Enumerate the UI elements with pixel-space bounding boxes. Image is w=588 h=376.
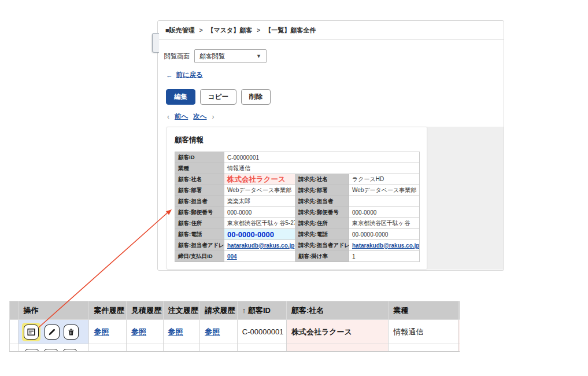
delete-trash-icon bbox=[67, 328, 75, 336]
order-history-header: 注文履歴 bbox=[163, 301, 200, 320]
field-label: 請求先:担当者 bbox=[295, 196, 349, 207]
company-name-value: 株式会社ラクース bbox=[224, 174, 295, 185]
table-row: 顧客:電話 00-0000-0000 請求先:電話 00-0000-0000 bbox=[175, 229, 420, 240]
customer-id-sort-header[interactable]: ↑ 顧客ID bbox=[237, 301, 286, 320]
field-label: 請求先:社名 bbox=[295, 174, 349, 185]
edit-record-button[interactable] bbox=[45, 325, 60, 340]
view-selector-row: 閲覧画面 顧客閲覧 ▼ bbox=[164, 49, 267, 63]
customer-partial-sort-header[interactable]: 顧客 bbox=[458, 301, 460, 320]
customer-id-value: C-00000001 bbox=[224, 152, 420, 163]
table-row: 顧客:社名 株式会社ラクース 請求先:社名 ラクースHD bbox=[175, 174, 420, 185]
invoice-history-link[interactable]: 参照 bbox=[205, 327, 220, 336]
billing-email-link[interactable]: hatarakudb@rakus.co.jp bbox=[352, 242, 419, 249]
view-selector-label: 閲覧画面 bbox=[164, 52, 190, 61]
prev-record-link[interactable]: 前へ bbox=[175, 112, 188, 121]
row-selector-header bbox=[10, 301, 19, 320]
department-partial-cell: Web bbox=[458, 320, 460, 344]
back-link[interactable]: ← 前に戻る bbox=[166, 71, 203, 79]
field-label: 顧客:郵便番号 bbox=[175, 207, 224, 218]
postal-code-value: 000-0000 bbox=[224, 207, 295, 218]
delete-record-button[interactable] bbox=[62, 349, 77, 352]
list-header-row: 操作 案件履歴 見積履歴 注文履歴 請求履歴 ↑ 顧客ID 顧客:社名 業種 顧… bbox=[10, 301, 460, 320]
company-name-cell: 株式会社ラクース bbox=[286, 320, 388, 344]
delete-button[interactable]: 削除 bbox=[241, 89, 271, 105]
phone-value[interactable]: 00-0000-0000 bbox=[224, 229, 295, 240]
field-label: 業種 bbox=[175, 163, 224, 174]
payment-day-id-link[interactable]: 004 bbox=[227, 253, 237, 260]
view-screen-select[interactable]: 顧客閲覧 ▼ bbox=[194, 49, 267, 63]
edit-pencil-icon bbox=[48, 328, 56, 336]
chevron-down-icon: ▼ bbox=[256, 53, 261, 59]
quote-history-cell bbox=[127, 344, 164, 352]
industry-cell: 情報通信 bbox=[389, 320, 458, 344]
address-value: 東京都渋谷区千駄ヶ谷5-27-11 bbox=[224, 218, 295, 229]
table-row: 顧客:担当者 楽楽太郎 請求先:担当者 bbox=[175, 196, 420, 207]
contact-person-value: 楽楽太郎 bbox=[224, 196, 295, 207]
case-history-cell bbox=[89, 344, 127, 352]
delete-record-button[interactable] bbox=[64, 325, 79, 340]
highlighted-button-pad bbox=[22, 323, 40, 341]
case-history-cell: 参照 bbox=[89, 320, 127, 344]
breadcrumb-item-list-all-customers[interactable]: 【一覧】顧客全件 bbox=[265, 26, 316, 35]
industry-value: 情報通信 bbox=[224, 163, 420, 174]
toolbar: 編集 コピー 削除 bbox=[166, 89, 271, 105]
breadcrumb-item-sales[interactable]: ■販売管理 bbox=[165, 26, 195, 35]
department-value: Webデータベース事業部 bbox=[224, 185, 295, 196]
quote-history-cell: 参照 bbox=[127, 320, 164, 344]
back-arrow-icon: ← bbox=[166, 72, 173, 79]
view-screen-select-value: 顧客閲覧 bbox=[199, 52, 225, 61]
industry-sort-header[interactable]: 業種 bbox=[389, 301, 458, 320]
panel-collapse-tab[interactable] bbox=[152, 33, 159, 53]
table-row: 顧客:住所 東京都渋谷区千駄ヶ谷5-27-11 請求先:住所 東京都渋谷区千駄ヶ… bbox=[175, 218, 420, 229]
billing-postal-code-value: 000-0000 bbox=[349, 207, 420, 218]
next-chevron-icon: › bbox=[212, 113, 215, 121]
contact-email-link[interactable]: hatarakudb@rakus.co.jp bbox=[227, 242, 294, 249]
view-record-button[interactable] bbox=[24, 349, 39, 352]
billing-company-value: ラクースHD bbox=[349, 174, 420, 185]
industry-header-label: 業種 bbox=[393, 306, 408, 315]
field-label: 顧客:担当者 bbox=[175, 196, 224, 207]
detail-section-background bbox=[427, 127, 504, 270]
case-history-header: 案件履歴 bbox=[89, 301, 127, 320]
company-name-cell bbox=[286, 344, 388, 352]
ops-cell bbox=[19, 320, 89, 344]
customer-detail-panel: ■販売管理 > 【マスタ】顧客 > 【一覧】顧客全件 閲覧画面 顧客閲覧 ▼ ←… bbox=[157, 20, 504, 271]
sort-asc-icon: ↑ bbox=[242, 306, 246, 315]
field-label: 請求先:郵便番号 bbox=[295, 207, 349, 218]
breadcrumb-separator-icon: > bbox=[199, 27, 203, 34]
list-row-2 bbox=[10, 344, 460, 352]
breadcrumb-item-master-customer[interactable]: 【マスタ】顧客 bbox=[208, 26, 253, 35]
field-label: 顧客:掛け率 bbox=[295, 251, 349, 262]
billing-address-value: 東京都渋谷区千駄ヶ谷 bbox=[349, 218, 420, 229]
copy-button[interactable]: コピー bbox=[200, 89, 236, 105]
field-label: 請求先:担当者アドレス bbox=[295, 240, 349, 251]
field-label: 締日/支払日ID bbox=[175, 251, 224, 262]
edit-button[interactable]: 編集 bbox=[166, 89, 195, 105]
company-name-header-label: 顧客:社名 bbox=[291, 306, 324, 315]
invoice-history-cell bbox=[200, 344, 238, 352]
table-row: 顧客:部署 Webデータベース事業部 請求先:部署 Webデータベース事業部 bbox=[175, 185, 420, 196]
next-record-link[interactable]: 次へ bbox=[193, 112, 206, 121]
billing-department-value: Webデータベース事業部 bbox=[349, 185, 420, 196]
list-row-1: 参照 参照 参照 参照 C-00000001 株式会社ラクース 情報通信 Web bbox=[10, 320, 460, 344]
detail-view-icon bbox=[27, 328, 35, 336]
view-record-button[interactable] bbox=[24, 325, 39, 340]
breadcrumb-separator-icon: > bbox=[257, 27, 260, 34]
case-history-link[interactable]: 参照 bbox=[94, 327, 109, 336]
department-partial-cell bbox=[458, 344, 460, 352]
customer-detail-table: 顧客ID C-00000001 業種 情報通信 顧客:社名 株式会社ラクース 請… bbox=[175, 152, 420, 262]
field-label: 顧客:住所 bbox=[175, 218, 224, 229]
row-selector-cell bbox=[10, 344, 19, 352]
customer-id-cell bbox=[237, 344, 286, 352]
field-label: 顧客:電話 bbox=[175, 229, 224, 240]
quote-history-header: 見積履歴 bbox=[127, 301, 164, 320]
field-label: 顧客:担当者アドレス bbox=[175, 240, 224, 251]
customer-id-cell: C-00000001 bbox=[237, 320, 286, 344]
company-name-sort-header[interactable]: 顧客:社名 bbox=[286, 301, 388, 320]
customer-id-header-label: 顧客ID bbox=[248, 306, 271, 315]
quote-history-link[interactable]: 参照 bbox=[131, 327, 146, 336]
edit-record-button[interactable] bbox=[43, 349, 58, 352]
record-pager: ‹ 前へ 次へ › bbox=[167, 112, 215, 121]
order-history-link[interactable]: 参照 bbox=[168, 327, 183, 336]
billing-phone-value: 00-0000-0000 bbox=[349, 229, 420, 240]
